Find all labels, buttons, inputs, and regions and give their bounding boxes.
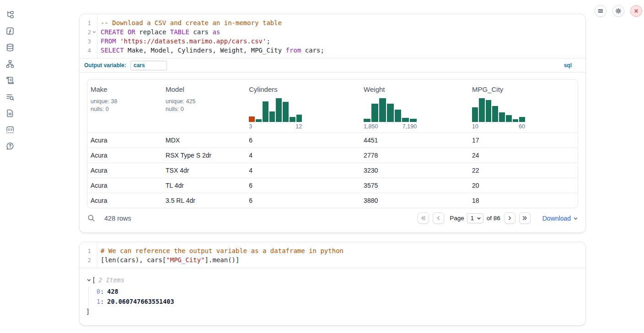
file-tree-icon[interactable] <box>5 10 15 19</box>
chevron-down-icon <box>477 216 481 221</box>
table-output: Make unique: 38 nulls: 0 Model unique: 4… <box>80 73 585 208</box>
close-icon <box>633 8 639 14</box>
hist-max-label: 60 <box>519 123 525 130</box>
fold-chevron-icon[interactable] <box>92 30 96 34</box>
close-button[interactable] <box>630 5 642 17</box>
hist-max-label: 12 <box>295 123 302 130</box>
column-header-model[interactable]: Model unique: 425 nulls: 0 <box>162 79 246 132</box>
nulls-stat: nulls: 0 <box>91 106 159 113</box>
column-header-mpg-city[interactable]: MPG_City 10 60 <box>469 79 578 132</box>
search-icon <box>87 214 95 222</box>
hierarchy-icon[interactable] <box>5 59 15 69</box>
rows-count: 428 rows <box>104 215 131 222</box>
line-number: 4 <box>81 47 91 54</box>
notebook: 1 -- Download a CSV and create an in-mem… <box>79 14 586 326</box>
help-icon[interactable] <box>5 142 15 151</box>
histogram-weight <box>364 98 417 122</box>
hamburger-icon <box>597 8 604 14</box>
database-icon[interactable] <box>5 43 15 52</box>
collapse-toggle[interactable] <box>86 277 91 283</box>
download-button[interactable]: Download <box>542 215 578 222</box>
column-header-cylinders[interactable]: Cylinders 3 12 <box>246 79 360 132</box>
items-count: 2 Items <box>98 276 124 284</box>
code-line: 2 CREATE OR replace TABLE cars as <box>80 27 585 37</box>
search-button[interactable] <box>87 214 95 222</box>
function-icon[interactable] <box>5 26 15 36</box>
code-line: 4 SELECT Make, Model, Cylinders, Weight,… <box>80 46 585 55</box>
table-row: Acura TL 4dr 6 3575 20 <box>87 178 578 193</box>
open-bracket: [ <box>92 276 96 284</box>
list-item: 1:20.060747663551403 <box>97 296 578 307</box>
last-page-button[interactable] <box>519 212 531 224</box>
pagination: Page 1 of 86 Download <box>414 212 578 224</box>
gutter-separator <box>97 14 97 58</box>
chevron-right-icon <box>507 215 513 221</box>
line-number: 1 <box>81 248 91 254</box>
line-number: 1 <box>81 20 91 26</box>
python-code-editor[interactable]: 1 # We can reference the output variable… <box>80 242 585 268</box>
unique-stat: unique: 38 <box>91 98 159 106</box>
sidebar <box>0 0 20 333</box>
close-bracket: ] <box>86 307 578 316</box>
data-table: Make unique: 38 nulls: 0 Model unique: 4… <box>87 79 578 208</box>
code-line: 2 [len(cars), cars["MPG_City"].mean()] <box>80 255 585 264</box>
output-variable-label: Output variable: <box>84 62 126 69</box>
table-row: Acura TSX 4dr 4 3230 22 <box>87 163 578 178</box>
gear-icon <box>615 8 622 14</box>
column-header-weight[interactable]: Weight 1,850 7,190 <box>360 79 469 132</box>
document-icon[interactable] <box>5 109 15 118</box>
hist-min-label: 10 <box>472 123 478 130</box>
hist-min-label: 1,850 <box>364 123 378 130</box>
code-line: 1 -- Download a CSV and create an in-mem… <box>80 18 585 27</box>
line-number: 2 <box>81 29 91 36</box>
code-snippet-icon[interactable] <box>5 125 15 134</box>
table-footer: 428 rows Page 1 of 86 <box>87 208 578 228</box>
chevron-left-icon <box>435 215 441 221</box>
page-select[interactable]: 1 <box>467 213 483 223</box>
nulls-stat: nulls: 0 <box>166 106 242 113</box>
scroll-icon[interactable] <box>5 76 15 85</box>
sql-code-editor[interactable]: 1 -- Download a CSV and create an in-mem… <box>80 14 585 58</box>
python-cell: 1 # We can reference the output variable… <box>79 242 586 326</box>
next-page-button[interactable] <box>504 212 515 224</box>
chevron-down-icon <box>87 278 91 282</box>
output-variable-input[interactable] <box>130 61 167 70</box>
line-number: 2 <box>81 257 91 264</box>
topbar <box>595 5 642 17</box>
table-row: Acura MDX 6 4451 17 <box>87 132 578 148</box>
hist-min-label: 3 <box>249 123 252 130</box>
settings-button[interactable] <box>612 5 624 17</box>
gutter-separator <box>97 242 97 268</box>
code-line: 1 # We can reference the output variable… <box>80 246 585 255</box>
list-item: 0:428 <box>97 286 578 296</box>
unique-stat: unique: 425 <box>166 98 242 106</box>
histogram-cylinders <box>249 98 302 122</box>
table-row: Acura RSX Type S 2dr 4 2778 24 <box>87 148 578 163</box>
language-badge: sql <box>564 62 572 69</box>
prev-page-button[interactable] <box>433 212 444 224</box>
first-page-button[interactable] <box>418 212 429 224</box>
hamburger-menu-button[interactable] <box>595 5 606 17</box>
chevrons-left-icon <box>420 215 426 221</box>
list-output: [ 2 Items 0:428 1:20.060747663551403 ] <box>80 268 585 325</box>
page-label: Page <box>450 215 464 222</box>
output-variable-row: Output variable: sql <box>80 58 585 72</box>
column-header-make[interactable]: Make unique: 38 nulls: 0 <box>87 79 162 132</box>
total-pages-label: of 86 <box>487 215 500 222</box>
chevrons-right-icon <box>522 215 528 221</box>
line-number: 3 <box>81 38 91 45</box>
histogram-mpg-city <box>472 98 525 122</box>
list-items: 0:428 1:20.060747663551403 <box>88 286 578 307</box>
sql-cell: 1 -- Download a CSV and create an in-mem… <box>79 14 586 233</box>
hist-max-label: 7,190 <box>402 123 417 130</box>
code-line: 3 FROM 'https://datasets.marimo.app/cars… <box>80 37 585 46</box>
table-row: Acura 3.5 RL 4dr 6 3880 18 <box>87 193 578 208</box>
search-list-icon[interactable] <box>5 92 15 101</box>
chevron-down-icon <box>573 216 578 221</box>
table-header: Make unique: 38 nulls: 0 Model unique: 4… <box>87 79 578 132</box>
